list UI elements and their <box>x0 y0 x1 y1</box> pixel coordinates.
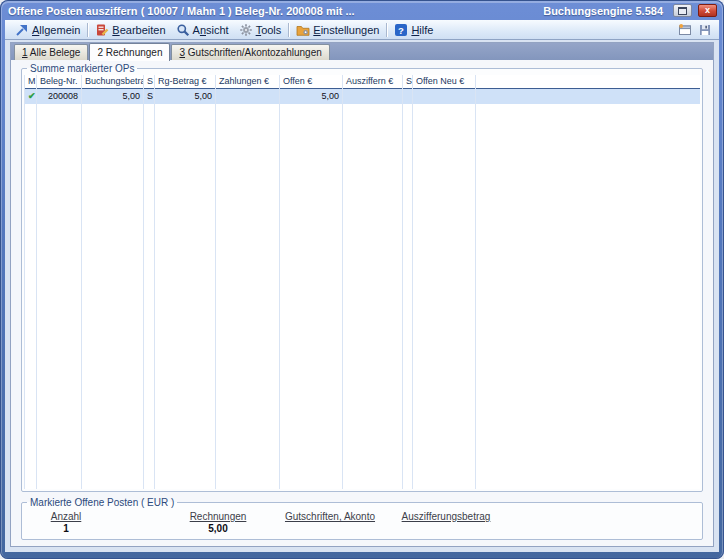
column-offen-neu: Offen Neu € <box>413 75 476 489</box>
cell-zahlungen[interactable] <box>216 89 279 104</box>
toolbar-separator <box>386 23 387 37</box>
group-title: Markierte Offene Posten ( EUR ) <box>27 497 177 508</box>
menu-bearbeiten[interactable]: Bearbeiten <box>90 23 170 37</box>
cell-s2[interactable] <box>403 89 412 104</box>
help-icon: ? <box>394 23 408 37</box>
column-header[interactable]: S <box>144 75 154 89</box>
magnifier-icon <box>176 23 190 37</box>
cell-filler[interactable] <box>476 89 700 104</box>
column-filler <box>476 75 700 489</box>
menu-tools[interactable]: Tools <box>234 23 287 37</box>
menu-ansicht[interactable]: Ansicht <box>171 23 234 37</box>
gear-icon <box>239 23 253 37</box>
app-window: Offene Posten ausziffern ( 10007 / Mahn … <box>0 0 724 559</box>
column-offen: Offen € 5,00 <box>280 75 343 489</box>
column-m: M ✔ <box>25 75 37 489</box>
column-header[interactable]: Offen € <box>280 75 342 89</box>
stat-value: 5,00 <box>190 523 247 535</box>
column-zahlungen: Zahlungen € <box>216 75 280 489</box>
svg-text:?: ? <box>398 24 404 35</box>
column-header[interactable]: S <box>403 75 412 89</box>
cell-offen-neu[interactable] <box>413 89 475 104</box>
engine-version-label: Buchungsengine 5.584 <box>543 5 663 17</box>
tab-panel: Summe markierter OPs M ✔ Beleg-Nr. 20000… <box>11 60 713 546</box>
tab-strip: 1 Alle Belege 2 Rechnungen 3 Gutschrifte… <box>11 43 713 60</box>
group-title: Summe markierter OPs <box>27 63 137 74</box>
column-s2: S <box>403 75 413 489</box>
stat-anzahl: Anzahl 1 <box>51 511 82 535</box>
restore-button[interactable] <box>673 4 692 17</box>
menu-allgemein[interactable]: Allgemein <box>10 23 85 37</box>
cell-offen[interactable]: 5,00 <box>280 89 342 104</box>
save-icon[interactable] <box>698 23 712 37</box>
op-table: M ✔ Beleg-Nr. 200008 Buchungsbetrag € 5,… <box>24 75 700 489</box>
column-header[interactable]: Beleg-Nr. <box>37 75 81 89</box>
cell-ausziffern[interactable] <box>343 89 402 104</box>
close-button[interactable]: x <box>698 4 717 17</box>
stat-rechnungen: Rechnungen 5,00 <box>190 511 247 535</box>
stat-value <box>402 523 491 535</box>
cell-rg-betrag[interactable]: 5,00 <box>155 89 215 104</box>
toolbar-separator <box>288 23 289 37</box>
column-beleg-nr: Beleg-Nr. 200008 <box>37 75 82 489</box>
new-window-icon[interactable] <box>678 23 692 37</box>
arrow-up-right-icon <box>15 23 29 37</box>
window-body: Allgemein Bearbeiten Ansicht Tools Einst… <box>5 20 719 552</box>
toolbar-separator <box>87 23 88 37</box>
stat-value <box>285 523 375 535</box>
column-ausziffern: Ausziffern € <box>343 75 403 489</box>
cell-beleg-nr[interactable]: 200008 <box>37 89 81 104</box>
column-header[interactable]: M <box>25 75 36 89</box>
toolbar: Allgemein Bearbeiten Ansicht Tools Einst… <box>5 20 719 40</box>
restore-icon <box>678 7 687 15</box>
cell-s1[interactable]: S <box>144 89 154 104</box>
stat-value: 1 <box>51 523 82 535</box>
edit-book-icon <box>95 23 109 37</box>
settings-folder-icon <box>296 23 310 37</box>
column-header[interactable]: Ausziffern € <box>343 75 402 89</box>
column-header[interactable]: Rg-Betrag € <box>155 75 215 89</box>
stat-auszifferungsbetrag: Auszifferungsbetrag <box>402 511 491 535</box>
cell-buchungsbetrag[interactable]: 5,00 <box>82 89 143 104</box>
checkmark-icon[interactable]: ✔ <box>25 89 36 104</box>
titlebar: Offene Posten ausziffern ( 10007 / Mahn … <box>0 0 724 20</box>
column-header[interactable]: Buchungsbetrag € <box>82 75 143 89</box>
close-icon: x <box>705 6 710 15</box>
menu-einstellungen[interactable]: Einstellungen <box>291 23 384 37</box>
window-title: Offene Posten ausziffern ( 10007 / Mahn … <box>8 5 537 17</box>
column-buchungsbetrag: Buchungsbetrag € 5,00 <box>82 75 144 489</box>
stat-label: Rechnungen <box>190 511 247 522</box>
stat-gutschriften-akonto: Gutschriften, Akonto <box>285 511 375 535</box>
column-header[interactable]: Zahlungen € <box>216 75 279 89</box>
tab-rechnungen[interactable]: 2 Rechnungen <box>89 43 170 61</box>
workspace: 1 Alle Belege 2 Rechnungen 3 Gutschrifte… <box>10 42 714 547</box>
column-header <box>476 75 700 89</box>
tab-gutschriften[interactable]: 3 Gutschriften/Akontozahlungen <box>171 44 329 60</box>
column-header[interactable]: Offen Neu € <box>413 75 475 89</box>
column-s1: S S <box>144 75 155 489</box>
group-summe-markierter-ops: Summe markierter OPs M ✔ Beleg-Nr. 20000… <box>21 63 703 492</box>
group-markierte-offene-posten: Markierte Offene Posten ( EUR ) Anzahl 1… <box>21 497 703 540</box>
stat-label: Gutschriften, Akonto <box>285 511 375 522</box>
stat-label: Auszifferungsbetrag <box>402 511 491 522</box>
menu-hilfe[interactable]: ? Hilfe <box>389 23 438 37</box>
stat-label: Anzahl <box>51 511 82 522</box>
tab-alle-belege[interactable]: 1 Alle Belege <box>14 44 88 60</box>
column-rg-betrag: Rg-Betrag € 5,00 <box>155 75 216 489</box>
